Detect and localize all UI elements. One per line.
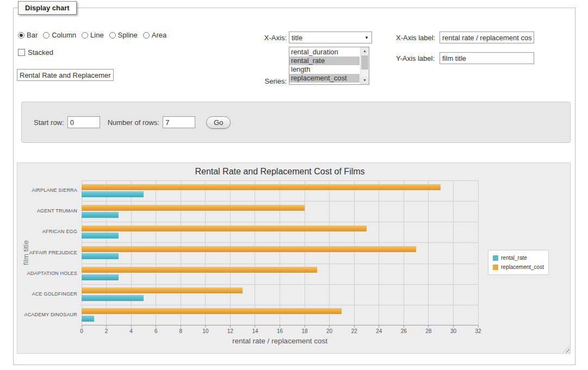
chart-panel: Rental Rate and Replacement Cost of Film… xyxy=(17,162,571,354)
scroll-thumb[interactable] xyxy=(361,55,368,70)
x-tick-label: 28 xyxy=(420,328,437,334)
series-multiselect[interactable]: rental_durationrental_ratelengthreplacem… xyxy=(289,47,369,85)
x-axis-title: rental rate / replacement cost xyxy=(82,337,478,345)
bar-replacement_cost[interactable] xyxy=(82,225,367,231)
radio-icon xyxy=(43,32,49,39)
bar-rental_rate[interactable] xyxy=(82,212,119,218)
category-label: AGENT TRUMAN xyxy=(17,208,77,214)
tick-mark xyxy=(131,325,132,328)
legend-label: replacement_cost xyxy=(501,264,544,270)
chart-type-area[interactable]: Area xyxy=(143,31,166,39)
gridline xyxy=(255,180,255,325)
gridline xyxy=(82,264,478,264)
radio-icon xyxy=(18,32,24,39)
display-chart-fieldset: Display chart BarColumnLineSplineArea St… xyxy=(13,8,575,365)
tick-mark xyxy=(305,325,305,328)
start-row-input[interactable] xyxy=(67,116,100,128)
x-tick-label: 24 xyxy=(371,328,387,334)
category-label: ADAPTATION HOLES xyxy=(17,271,77,276)
bar-replacement_cost[interactable] xyxy=(82,246,416,252)
scrollbar[interactable]: ▲ ▼ xyxy=(360,47,369,84)
bar-rental_rate[interactable] xyxy=(82,274,119,280)
series-option-rental_rate[interactable]: rental_rate xyxy=(289,57,360,65)
fieldset-legend: Display chart xyxy=(18,1,77,15)
x-tick-label: 26 xyxy=(395,328,412,334)
tick-mark xyxy=(181,325,181,328)
tick-mark xyxy=(428,325,429,328)
chart-legend: rental_ratereplacement_cost xyxy=(488,250,549,275)
x-tick-label: 8 xyxy=(172,328,189,334)
chart-type-label: Area xyxy=(152,31,166,39)
chart-type-label: Line xyxy=(90,31,104,39)
scroll-up-icon[interactable]: ▲ xyxy=(361,47,369,55)
chart-type-column[interactable]: Column xyxy=(43,31,76,39)
chart-type-label: Spline xyxy=(118,31,138,39)
tick-mark xyxy=(106,325,107,328)
x-tick-label: 10 xyxy=(197,328,214,334)
chart-type-label: Bar xyxy=(27,31,38,39)
gridline xyxy=(82,222,478,222)
y-axis-label-input[interactable] xyxy=(440,52,534,64)
legend-label: rental_rate xyxy=(501,255,527,261)
gridline xyxy=(428,180,429,325)
resize-handle-icon[interactable] xyxy=(563,346,570,353)
bar-replacement_cost[interactable] xyxy=(82,308,342,314)
series-option-rental_duration[interactable]: rental_duration xyxy=(289,48,360,57)
stacked-checkbox[interactable] xyxy=(18,49,25,56)
tick-mark xyxy=(478,325,479,328)
series-options: rental_durationrental_ratelengthreplacem… xyxy=(289,48,360,84)
tick-mark xyxy=(255,325,255,328)
series-select-label: Series: xyxy=(242,77,287,85)
tick-mark xyxy=(280,325,280,328)
category-label: AFRICAN EGG xyxy=(17,229,77,234)
plot-area xyxy=(82,180,478,325)
series-option-length[interactable]: length xyxy=(289,65,360,74)
gridline xyxy=(478,180,479,325)
chart-type-spline[interactable]: Spline xyxy=(109,31,138,39)
category-label: ACE GOLDFINGER xyxy=(17,291,77,297)
x-axis-label-input[interactable] xyxy=(440,32,534,43)
bar-rental_rate[interactable] xyxy=(82,191,144,197)
bar-rental_rate[interactable] xyxy=(82,253,119,259)
bar-replacement_cost[interactable] xyxy=(82,184,441,190)
bar-replacement_cost[interactable] xyxy=(82,267,317,273)
bar-rental_rate[interactable] xyxy=(82,233,119,239)
x-tick-label: 16 xyxy=(272,328,288,334)
chart-title-input[interactable] xyxy=(17,69,114,81)
bar-rental_rate[interactable] xyxy=(82,295,144,301)
gridline xyxy=(82,284,478,285)
dropdown-arrow-icon: ▼ xyxy=(364,35,369,40)
chart-type-radio-group: BarColumnLineSplineArea xyxy=(18,31,166,39)
bar-replacement_cost[interactable] xyxy=(82,205,305,211)
category-label: AIRPLANE SIERRA xyxy=(17,187,77,193)
category-labels: AIRPLANE SIERRAAGENT TRUMANAFRICAN EGGAF… xyxy=(17,180,79,325)
gridline xyxy=(205,180,206,325)
bar-replacement_cost[interactable] xyxy=(82,287,243,293)
tick-mark xyxy=(404,325,404,328)
rows-panel: Start row: Number of rows: Go xyxy=(21,102,571,143)
stacked-row: Stacked xyxy=(18,48,53,57)
x-axis-ticks: 02468101214161820222426283032 xyxy=(82,325,478,334)
y-axis-label-label: Y-Axis label: xyxy=(396,54,435,62)
gridline xyxy=(156,180,156,325)
number-of-rows-input[interactable] xyxy=(163,116,195,128)
bar-rental_rate[interactable] xyxy=(82,316,94,322)
tick-mark xyxy=(453,325,454,328)
x-tick-label: 14 xyxy=(247,328,263,334)
gridline xyxy=(379,180,379,325)
chart-type-line[interactable]: Line xyxy=(82,31,104,39)
legend-item-rental_rate[interactable]: rental_rate xyxy=(493,253,544,262)
go-button[interactable]: Go xyxy=(206,116,231,129)
x-axis-select[interactable]: title ▼ xyxy=(289,32,372,43)
category-label: ACADEMY DINOSAUR xyxy=(17,312,77,317)
legend-swatch xyxy=(493,265,498,270)
x-tick-label: 2 xyxy=(98,328,115,334)
series-option-replacement_cost[interactable]: replacement_cost xyxy=(289,74,360,83)
gridline xyxy=(181,180,181,325)
gridline xyxy=(280,180,280,325)
gridline xyxy=(329,180,330,325)
scroll-down-icon[interactable]: ▼ xyxy=(361,77,369,84)
chart-type-bar[interactable]: Bar xyxy=(18,31,38,39)
legend-item-replacement_cost[interactable]: replacement_cost xyxy=(493,262,544,272)
tick-mark xyxy=(82,325,82,328)
